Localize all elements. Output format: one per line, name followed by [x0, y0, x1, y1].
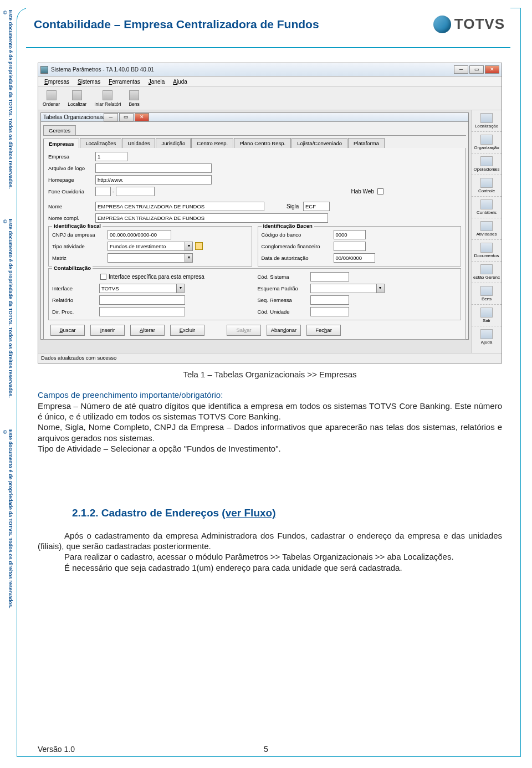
rs-contabeis[interactable]: Contábeis [472, 198, 502, 218]
btn-fechar[interactable]: Fechar [306, 325, 341, 336]
inner-window-titlebar: Tabelas Organizacionais ─ ▭ ✕ [41, 113, 468, 122]
menu-sistemas[interactable]: Sistemas [74, 78, 104, 86]
btn-abandonar[interactable]: Abandonar [267, 325, 301, 336]
rs-atividades[interactable]: Atividades [472, 219, 502, 240]
btn-alterar[interactable]: Alterar [130, 325, 165, 336]
rs-documentos[interactable]: Documentos [472, 241, 502, 262]
checkbox-interface[interactable] [100, 274, 106, 280]
chevron-down-icon[interactable]: ▾ [185, 242, 193, 251]
input-cnpj[interactable]: 00.000.000/0000-00 [108, 230, 171, 239]
para2-1: Após o cadastramento da empresa Administ… [38, 531, 502, 551]
menu-ferramentas[interactable]: Ferramentas [105, 78, 144, 86]
tab-lojista[interactable]: Lojista/Conveniado [291, 138, 347, 148]
input-fone-ddd[interactable] [95, 187, 111, 196]
status-bar: Dados atualizados com sucesso [38, 353, 502, 363]
tab-plano-centro[interactable]: Plano Centro Resp. [234, 138, 291, 148]
inner-window: Tabelas Organizacionais ─ ▭ ✕ Gerentes E… [40, 112, 469, 340]
input-homepage[interactable]: http://www. [95, 175, 212, 185]
tab-localizacoes[interactable]: Localizações [80, 138, 121, 148]
input-sigla[interactable]: ECF [303, 202, 330, 211]
para-1: Empresa – Número de até quatro dígitos q… [38, 401, 502, 421]
footer-page: 5 [0, 745, 532, 754]
inner-minimize-button[interactable]: ─ [104, 113, 118, 121]
maximize-button[interactable]: ▭ [469, 65, 484, 74]
input-empresa[interactable]: 1 [95, 152, 127, 161]
tab-centro-resp[interactable]: Centro Resp. [191, 138, 233, 148]
rs-sair[interactable]: Sair [472, 306, 502, 326]
menu-ajuda[interactable]: Ajuda [170, 78, 191, 86]
input-nomec[interactable]: EMPRESA CENTRALIZADORA DE FUNDOS [95, 213, 328, 223]
rs-label: Operacionais [473, 167, 499, 172]
input-nome[interactable]: EMPRESA CENTRALIZADORA DE FUNDOS [95, 202, 264, 211]
label-nome: Nome [48, 203, 95, 209]
heading-link[interactable]: (ver Fluxo) [222, 507, 275, 519]
heading-title: Cadastro de Endereços [101, 507, 222, 519]
rs-gestao[interactable]: estão Gerenc [472, 263, 502, 283]
btn-excluir[interactable]: Excluir [170, 325, 204, 336]
input-codun[interactable] [310, 307, 349, 316]
tb-label: Ordenar [43, 101, 60, 107]
tab-gerentes[interactable]: Gerentes [43, 125, 76, 135]
tb-localizar[interactable]: Localizar [68, 90, 86, 107]
rs-label: Organização [474, 145, 499, 150]
tb-bens[interactable]: Bens [129, 90, 139, 107]
input-cong[interactable] [334, 242, 366, 251]
legend-fiscal: Identificação fiscal [52, 223, 103, 229]
tb-relatorio[interactable]: Iniar Relatóri [94, 90, 121, 107]
input-dir[interactable] [99, 307, 185, 316]
rs-operacionais[interactable]: Operacionais [472, 155, 502, 175]
inner-close-button[interactable]: ✕ [135, 113, 149, 121]
tab-plataforma[interactable]: Plataforma [348, 138, 385, 148]
input-fone-num[interactable] [116, 187, 155, 196]
tab-unidades[interactable]: Unidades [122, 138, 155, 148]
menu-empresas[interactable]: Empresas [41, 78, 73, 86]
select-tipo[interactable]: Fundos de Investimento [108, 242, 185, 251]
input-codbanco[interactable]: 0000 [334, 230, 366, 239]
intro-line: Campos de preenchimento importante/obrig… [38, 390, 502, 400]
input-seq[interactable] [310, 295, 349, 305]
input-dataaut[interactable]: 00/00/0000 [334, 253, 375, 263]
input-arquivo[interactable] [95, 163, 212, 173]
para2-3: É necessário que seja cadastrado 1(um) e… [64, 563, 402, 572]
paragraph-block-1: Empresa – Número de até quatro dígitos q… [38, 401, 502, 454]
close-button[interactable]: ✕ [485, 65, 499, 74]
inner-maximize-button[interactable]: ▭ [119, 113, 134, 121]
label-chk-interface: Interface específica para esta empresa [109, 274, 204, 280]
rs-ajuda[interactable]: Ajuda [472, 327, 502, 346]
input-relatorio[interactable] [99, 295, 185, 305]
checkbox-habweb[interactable] [377, 188, 383, 194]
rs-controle[interactable]: Controle [472, 176, 502, 197]
input-codsis[interactable] [310, 272, 349, 281]
btn-salvar: Salvar [227, 325, 261, 336]
activity-icon [480, 221, 493, 231]
label-sigla: Sigla [287, 203, 303, 209]
location-icon [480, 113, 493, 123]
legend-contab: Contabilização [52, 265, 93, 271]
rs-label: Ajuda [481, 340, 492, 345]
select-interface[interactable]: TOTVS [99, 284, 177, 293]
select-esquema[interactable] [310, 284, 377, 293]
exit-icon [480, 308, 493, 318]
tab-jurisdicao[interactable]: Jurisdição [156, 138, 191, 148]
tb-label: Bens [129, 101, 139, 107]
rs-bens[interactable]: Bens [472, 284, 502, 305]
tb-ordenar[interactable]: Ordenar [43, 90, 60, 107]
btn-inserir[interactable]: Inserir [90, 325, 125, 336]
fieldset-fiscal: Identificação fiscal CNPJ da empresa00.0… [48, 226, 252, 267]
label-esquema: Esquema Padrão [258, 285, 310, 291]
account-icon [480, 199, 493, 209]
tb-label: Iniar Relatóri [94, 101, 121, 107]
btn-buscar[interactable]: Buscar [50, 325, 85, 336]
chevron-down-icon[interactable]: ▾ [177, 284, 185, 293]
section-heading: 2.1.2. Cadastro de Endereços (ver Fluxo) [72, 507, 275, 519]
tab-empresas[interactable]: Empresas [43, 139, 79, 149]
chevron-down-icon[interactable]: ▾ [377, 284, 385, 293]
chevron-down-icon[interactable]: ▾ [185, 253, 193, 263]
minimize-button[interactable]: ─ [454, 65, 468, 74]
menu-janela[interactable]: Janela [145, 78, 168, 86]
select-matriz[interactable] [108, 253, 185, 263]
label-habweb: Hab Web [351, 188, 374, 194]
tabs-row: Gerentes [43, 124, 466, 136]
rs-localizacao[interactable]: Localização [472, 111, 502, 132]
rs-organizacao[interactable]: Organização [472, 133, 502, 153]
